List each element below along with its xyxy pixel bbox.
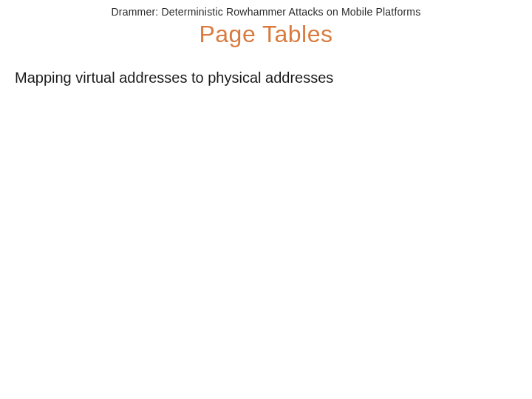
presentation-header-subtitle: Drammer: Deterministic Rowhammer Attacks… (0, 6, 532, 18)
slide-title: Page Tables (0, 21, 532, 48)
slide-body-text: Mapping virtual addresses to physical ad… (15, 69, 333, 86)
